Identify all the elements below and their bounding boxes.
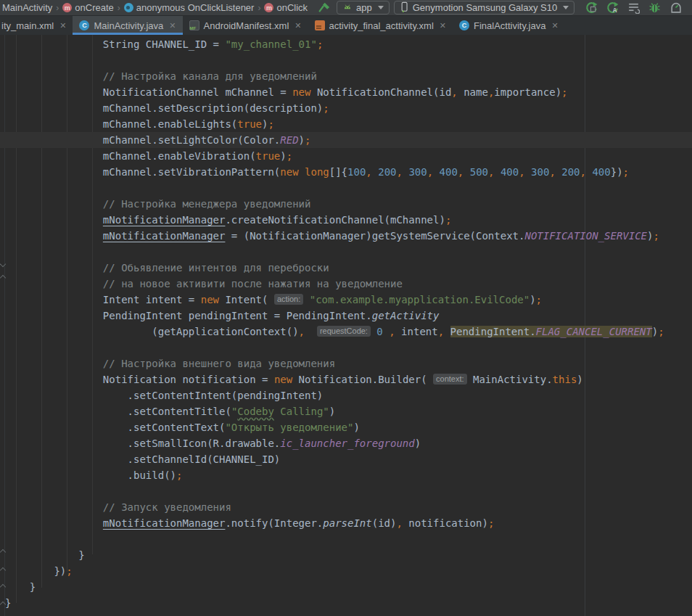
code-line — [5, 531, 692, 547]
code-line: } — [5, 595, 692, 611]
code-line — [5, 483, 692, 499]
code-line: // Настройка менеджера уведомлений — [5, 196, 692, 212]
breadcrumb-separator: › — [118, 3, 120, 13]
layout-icon — [315, 20, 325, 30]
code-line: String CHANNEL_ID = "my_channel_01"; — [5, 36, 692, 52]
code-line: // Настройка внешнего вида уведомления — [5, 356, 692, 371]
tab-label: FinalActtivity.java — [474, 20, 545, 31]
code-line: mNotificationManager = (NotificationMana… — [5, 228, 692, 244]
code-line: .setChannelId(CHANNEL_ID) — [5, 451, 692, 467]
code-line: // Настройка канала для уведомлений — [5, 68, 692, 84]
close-tab-icon[interactable]: ✕ — [169, 21, 176, 30]
breadcrumb: MainActivity›monCreate›anonymous OnClick… — [0, 2, 308, 13]
code-line — [5, 52, 692, 68]
code-line: .setContentText("Открыть уведомление") — [5, 419, 692, 435]
breadcrumb-separator: › — [258, 3, 260, 13]
chevron-down-icon — [378, 6, 384, 9]
toolbar: app Genymotion Samsung Galaxy S10 A — [316, 1, 692, 15]
debug-icon[interactable] — [646, 1, 662, 15]
close-tab-icon[interactable]: ✕ — [59, 21, 66, 30]
tab-activity_final_acttivity.xml[interactable]: activity_final_acttivity.xml✕ — [308, 16, 453, 35]
code-line: } — [5, 579, 692, 595]
breadcrumb-item[interactable]: monCreate — [62, 2, 113, 13]
code-line: mChannel.setVibrationPattern(new long[]{… — [5, 164, 692, 180]
chevron-down-icon — [563, 6, 569, 9]
code-line: .setSmallIcon(R.drawable.ic_launcher_for… — [5, 435, 692, 451]
close-tab-icon[interactable]: ✕ — [294, 21, 301, 30]
code-line: Notification notification = new Notifica… — [5, 371, 692, 387]
code-line — [5, 244, 692, 260]
toolbar-action-icons: A — [583, 1, 683, 15]
code-line: mChannel.enableLights(true); — [5, 116, 692, 132]
device-selector-label: Genymotion Samsung Galaxy S10 — [413, 2, 557, 13]
breadcrumb-label: MainActivity — [2, 2, 52, 13]
tab-label: ity_main.xml — [1, 20, 54, 31]
code-area: String CHANNEL_ID = "my_channel_01"; // … — [0, 35, 692, 611]
code-editor[interactable]: String CHANNEL_ID = "my_channel_01"; // … — [0, 35, 692, 616]
code-line: // Обьявление интентов для переброски — [5, 260, 692, 276]
module-selector[interactable]: app — [337, 1, 390, 15]
svg-text:A: A — [612, 7, 617, 14]
code-line — [5, 340, 692, 356]
code-line: .setContentIntent(pendingIntent) — [5, 387, 692, 403]
code-line: // на новое активити после нажатия на ув… — [5, 276, 692, 292]
code-line: .build(); — [5, 467, 692, 483]
breadcrumb-item[interactable]: anonymous OnClickListener — [124, 2, 255, 13]
code-line: mChannel.setLightColor(Color.RED); — [0, 132, 692, 148]
code-line: mNotificationManager.notify(Integer.pars… — [5, 515, 692, 531]
module-selector-label: app — [356, 2, 372, 13]
anonymous-class-icon — [124, 3, 133, 12]
code-line: }); — [5, 563, 692, 579]
code-line: mNotificationManager.createNotificationC… — [5, 212, 692, 228]
breadcrumb-separator: › — [56, 3, 59, 13]
code-line: // Запуск уведомления — [5, 499, 692, 515]
breadcrumb-label: onCreate — [75, 2, 113, 13]
tab-ity_main.xml[interactable]: ity_main.xml✕ — [0, 16, 73, 35]
tab-bar: ity_main.xml✕CMainActivity.java✕AndroidM… — [0, 16, 692, 35]
top-bar: MainActivity›monCreate›anonymous OnClick… — [0, 0, 692, 16]
method-icon: m — [264, 3, 273, 12]
class-icon: C — [459, 20, 469, 30]
class-icon: C — [79, 20, 89, 30]
hammer-icon[interactable] — [316, 1, 332, 15]
tab-label: AndroidManifest.xml — [204, 20, 289, 31]
code-line: Intent intent = new Intent( action: "com… — [5, 292, 692, 308]
close-tab-icon[interactable]: ✕ — [551, 21, 558, 30]
breadcrumb-label: anonymous OnClickListener — [136, 2, 255, 13]
code-line: (getApplicationContext(), requestCode: 0… — [5, 324, 692, 340]
apply-changes-icon[interactable] — [583, 1, 599, 15]
close-tab-icon[interactable]: ✕ — [440, 21, 446, 30]
method-icon: m — [62, 3, 72, 12]
breadcrumb-item[interactable]: monClick — [264, 2, 308, 13]
phone-icon — [400, 1, 409, 15]
code-line: .setContentTitle("Codeby Calling") — [5, 403, 692, 419]
android-icon — [342, 2, 353, 14]
device-selector[interactable]: Genymotion Samsung Galaxy S10 — [394, 1, 574, 15]
code-line — [5, 180, 692, 196]
code-line: } — [5, 547, 692, 563]
breadcrumb-item[interactable]: MainActivity — [2, 2, 52, 13]
tab-label: activity_final_acttivity.xml — [329, 20, 434, 31]
tab-AndroidManifest.xml[interactable]: AndroidManifest.xml✕ — [183, 16, 308, 35]
profiler-icon[interactable] — [667, 1, 683, 15]
run-config-list-icon[interactable] — [625, 1, 641, 15]
code-line: mChannel.setDescription(description); — [5, 100, 692, 116]
code-line: PendingIntent pendingIntent = PendingInt… — [5, 308, 692, 324]
manifest-icon — [189, 20, 199, 30]
apply-code-changes-icon[interactable]: A — [604, 1, 620, 15]
tab-label: MainActivity.java — [94, 20, 163, 31]
code-line: mChannel.enableVibration(true); — [5, 148, 692, 164]
breadcrumb-label: onClick — [276, 2, 308, 13]
tab-MainActivity.java[interactable]: CMainActivity.java✕ — [73, 16, 182, 35]
tab-FinalActtivity.java[interactable]: CFinalActtivity.java✕ — [453, 16, 565, 35]
code-line: NotificationChannel mChannel = new Notif… — [5, 84, 692, 100]
